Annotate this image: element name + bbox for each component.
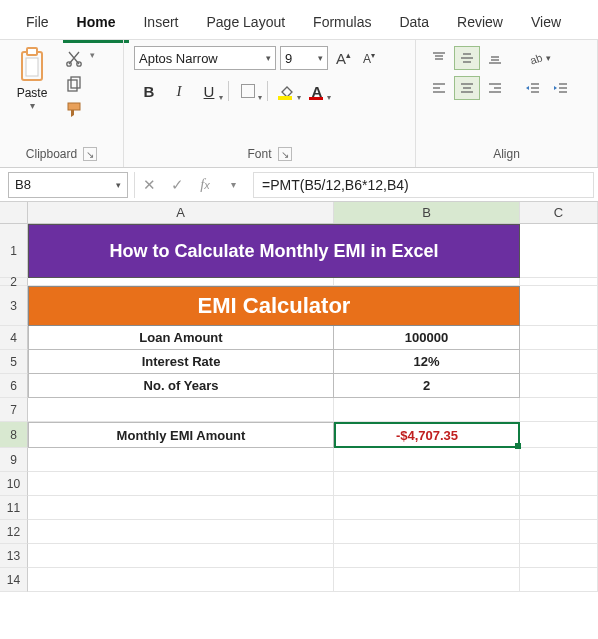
- tab-view[interactable]: View: [517, 8, 575, 40]
- format-painter-icon[interactable]: [64, 100, 84, 120]
- tab-data[interactable]: Data: [385, 8, 443, 40]
- tab-file[interactable]: File: [0, 8, 63, 40]
- font-name-select[interactable]: Aptos Narrow▾: [134, 46, 276, 70]
- row-header[interactable]: 7: [0, 398, 28, 422]
- cell[interactable]: [520, 224, 598, 278]
- cell[interactable]: [334, 496, 520, 520]
- align-left-icon[interactable]: [426, 76, 452, 100]
- cell[interactable]: [28, 278, 334, 286]
- cell[interactable]: No. of Years: [28, 374, 334, 398]
- fill-color-button[interactable]: ▾: [272, 78, 302, 104]
- cell-header[interactable]: EMI Calculator: [28, 286, 520, 326]
- cell[interactable]: 2: [334, 374, 520, 398]
- cell[interactable]: 100000: [334, 326, 520, 350]
- row-header[interactable]: 9: [0, 448, 28, 472]
- col-header-B[interactable]: B: [334, 202, 520, 223]
- cell[interactable]: [520, 286, 598, 326]
- cell[interactable]: [28, 568, 334, 592]
- cell[interactable]: [520, 496, 598, 520]
- cell[interactable]: 12%: [334, 350, 520, 374]
- align-center-icon[interactable]: [454, 76, 480, 100]
- row-header[interactable]: 1: [0, 224, 28, 278]
- tab-insert[interactable]: Insert: [129, 8, 192, 40]
- cancel-icon[interactable]: ✕: [135, 172, 163, 198]
- row-header[interactable]: 13: [0, 544, 28, 568]
- cell[interactable]: [334, 448, 520, 472]
- cell[interactable]: [334, 568, 520, 592]
- col-header-C[interactable]: C: [520, 202, 598, 223]
- cell[interactable]: [520, 520, 598, 544]
- cell[interactable]: Loan Amount: [28, 326, 334, 350]
- select-all-corner[interactable]: [0, 202, 28, 223]
- cell[interactable]: [28, 520, 334, 544]
- cell[interactable]: Monthly EMI Amount: [28, 422, 334, 448]
- cell[interactable]: Interest Rate: [28, 350, 334, 374]
- border-button[interactable]: ▾: [233, 78, 263, 104]
- align-bottom-icon[interactable]: [482, 46, 508, 70]
- bold-button[interactable]: B: [134, 78, 164, 104]
- tab-formulas[interactable]: Formulas: [299, 8, 385, 40]
- orientation-button[interactable]: ab▾: [520, 46, 558, 70]
- cell[interactable]: [520, 350, 598, 374]
- increase-indent-icon[interactable]: [548, 76, 574, 100]
- row-header[interactable]: 4: [0, 326, 28, 350]
- dialog-launcher-icon[interactable]: ↘: [83, 147, 97, 161]
- paste-button[interactable]: Paste ▾: [10, 46, 54, 111]
- svg-rect-6: [71, 77, 80, 88]
- chevron-down-icon[interactable]: ▾: [90, 46, 95, 60]
- cell[interactable]: [520, 374, 598, 398]
- row-header[interactable]: 2: [0, 278, 28, 286]
- row-header[interactable]: 3: [0, 286, 28, 326]
- cell[interactable]: [334, 398, 520, 422]
- cell[interactable]: [520, 568, 598, 592]
- align-right-icon[interactable]: [482, 76, 508, 100]
- cell[interactable]: [28, 448, 334, 472]
- fx-icon[interactable]: fx: [191, 172, 219, 198]
- cell[interactable]: [520, 544, 598, 568]
- name-box[interactable]: B8▾: [8, 172, 128, 198]
- row-header[interactable]: 8: [0, 422, 28, 448]
- tab-home[interactable]: Home: [63, 8, 130, 43]
- cell[interactable]: [334, 544, 520, 568]
- cell-active[interactable]: -$4,707.35: [334, 422, 520, 448]
- cell[interactable]: [334, 520, 520, 544]
- row-header[interactable]: 10: [0, 472, 28, 496]
- group-alignment: ab▾ Align: [416, 40, 598, 167]
- cell[interactable]: [28, 544, 334, 568]
- cell[interactable]: [520, 472, 598, 496]
- row-header[interactable]: 5: [0, 350, 28, 374]
- cell[interactable]: [520, 422, 598, 448]
- enter-icon[interactable]: ✓: [163, 172, 191, 198]
- tab-review[interactable]: Review: [443, 8, 517, 40]
- formula-input[interactable]: =PMT(B5/12,B6*12,B4): [253, 172, 594, 198]
- row-header[interactable]: 6: [0, 374, 28, 398]
- align-middle-icon[interactable]: [454, 46, 480, 70]
- decrease-indent-icon[interactable]: [520, 76, 546, 100]
- cell[interactable]: [520, 398, 598, 422]
- cell[interactable]: [334, 472, 520, 496]
- increase-font-icon[interactable]: A▴: [332, 50, 355, 67]
- align-top-icon[interactable]: [426, 46, 452, 70]
- dialog-launcher-icon[interactable]: ↘: [278, 147, 292, 161]
- copy-icon[interactable]: [64, 74, 84, 94]
- tab-page-layout[interactable]: Page Layout: [192, 8, 299, 40]
- font-color-button[interactable]: A▾: [302, 78, 332, 104]
- font-size-select[interactable]: 9▾: [280, 46, 328, 70]
- col-header-A[interactable]: A: [28, 202, 334, 223]
- cut-icon[interactable]: [64, 48, 84, 68]
- chevron-down-icon[interactable]: ▾: [219, 172, 247, 198]
- decrease-font-icon[interactable]: A▾: [359, 51, 379, 66]
- cell[interactable]: [520, 448, 598, 472]
- cell[interactable]: [520, 278, 598, 286]
- italic-button[interactable]: I: [164, 78, 194, 104]
- cell[interactable]: [520, 326, 598, 350]
- cell[interactable]: [28, 398, 334, 422]
- cell[interactable]: [334, 278, 520, 286]
- row-header[interactable]: 14: [0, 568, 28, 592]
- cell[interactable]: [28, 472, 334, 496]
- row-header[interactable]: 11: [0, 496, 28, 520]
- underline-button[interactable]: U▾: [194, 78, 224, 104]
- cell[interactable]: [28, 496, 334, 520]
- cell-title[interactable]: How to Calculate Monthly EMI in Excel: [28, 224, 520, 278]
- row-header[interactable]: 12: [0, 520, 28, 544]
